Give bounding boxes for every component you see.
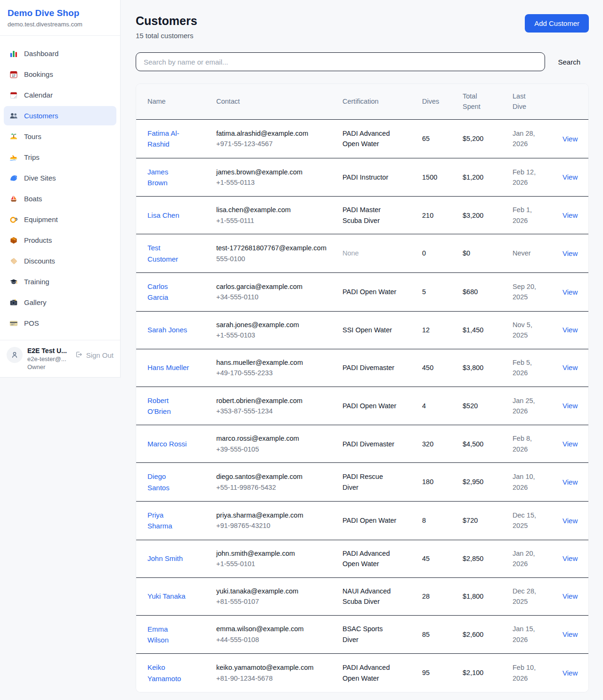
customer-name-link[interactable]: Carlos Garcia [147,281,190,303]
customer-last-dive: Jan 28, 2026 [507,119,557,158]
customer-dives: 85 [416,615,457,654]
sidebar-item-trips[interactable]: Trips [4,148,116,167]
view-customer-link[interactable]: View [562,288,578,296]
customer-name-link[interactable]: Marco Rossi [147,438,187,449]
customer-name-link[interactable]: Sarah Jones [147,324,187,335]
customer-contact: john.smith@example.com+1-555-0101 [211,540,337,577]
add-customer-button[interactable]: Add Customer [525,14,589,33]
page-subtitle: 15 total customers [136,32,197,40]
sidebar-item-training[interactable]: Training [4,272,116,291]
view-customer-link[interactable]: View [562,592,578,600]
customer-last-dive: Never [507,234,557,273]
sidebar-item-label: Products [24,236,52,244]
column-header-total-spent: Total Spent [457,84,507,119]
customer-name-link[interactable]: John Smith [147,553,183,564]
customer-last-dive: Jan 20, 2026 [507,540,557,577]
customer-name-link[interactable]: Hans Mueller [147,362,189,373]
customer-total-spent: $2,100 [457,654,507,692]
column-header-certification: Certification [337,84,416,119]
customer-contact: yuki.tanaka@example.com+81-555-0107 [211,577,337,615]
sidebar-item-products[interactable]: Products [4,231,116,250]
sailboat-icon [9,195,18,203]
sidebar-item-label: Trips [24,153,40,161]
customer-last-dive: Feb 10, 2026 [507,654,557,692]
table-row: Carlos Garciacarlos.garcia@example.com+3… [136,273,588,312]
customer-dives: 450 [416,349,457,387]
view-customer-link[interactable]: View [562,478,578,486]
view-customer-link[interactable]: View [562,630,578,638]
customer-name-link[interactable]: Lisa Chen [147,210,179,221]
speedboat-icon [9,153,18,162]
customer-certification: BSAC Sports Diver [337,615,416,654]
view-customer-link[interactable]: View [562,211,578,219]
user-role: Owner [27,363,70,371]
sidebar-item-label: Gallery [24,298,47,306]
sidebar-item-customers[interactable]: Customers [4,106,116,125]
sidebar-item-dive-sites[interactable]: Dive Sites [4,168,116,188]
sidebar-item-discounts[interactable]: Discounts [4,251,116,271]
sidebar-item-calendar[interactable]: Calendar [4,85,116,105]
sidebar-item-dashboard[interactable]: Dashboard [4,44,116,63]
page-header-text: Customers 15 total customers [136,14,197,40]
view-customer-link[interactable]: View [562,173,578,181]
view-customer-link[interactable]: View [562,517,578,525]
svg-text:17: 17 [12,74,16,77]
sidebar-item-boats[interactable]: Boats [4,189,116,208]
graduation-cap-icon [9,278,18,286]
sidebar-item-bookings[interactable]: 17Bookings [4,65,116,84]
customer-name-link[interactable]: Yuki Tanaka [147,591,186,601]
search-button[interactable]: Search [558,58,580,66]
view-customer-link[interactable]: View [562,669,578,677]
sign-out-label: Sign Out [86,351,114,359]
sidebar-item-gallery[interactable]: Gallery [4,293,116,312]
column-header-contact: Contact [211,84,337,119]
table-row: Marco Rossimarco.rossi@example.com+39-55… [136,425,588,463]
view-customer-link[interactable]: View [562,554,578,562]
view-customer-link[interactable]: View [562,249,578,257]
customer-name-link[interactable]: Diego Santos [147,471,190,493]
customer-certification: PADI Advanced Open Water [337,540,416,577]
customer-total-spent: $680 [457,273,507,312]
customer-last-dive: Jan 25, 2026 [507,387,557,425]
sidebar: Demo Dive Shop demo.test.divestreams.com… [0,0,121,378]
customer-name-link[interactable]: Keiko Yamamoto [147,662,190,684]
search-row: Search [136,52,589,71]
customer-name-link[interactable]: Test Customer [147,242,190,264]
view-customer-link[interactable]: View [562,402,578,410]
customer-contact: carlos.garcia@example.com+34-555-0110 [211,273,337,312]
customer-dives: 28 [416,577,457,615]
sign-out-button[interactable]: Sign Out [75,351,114,359]
customer-name-link[interactable]: Emma Wilson [147,624,190,646]
customers-table-card: NameContactCertificationDivesTotal Spent… [136,83,589,692]
view-customer-link[interactable]: View [562,135,578,143]
package-icon [9,236,18,245]
tag-icon [9,257,18,265]
customer-total-spent: $520 [457,387,507,425]
brand-name: Demo Dive Shop [8,8,113,18]
sidebar-item-label: Tours [24,132,41,140]
customer-dives: 180 [416,463,457,502]
view-customer-link[interactable]: View [562,326,578,334]
column-header-last-dive: Last Dive [507,84,557,119]
user-email: e2e-tester@... [27,355,70,362]
customer-name-link[interactable]: James Brown [147,166,190,189]
customer-certification: NAUI Advanced Scuba Diver [337,577,416,615]
sidebar-item-equipment[interactable]: Equipment [4,210,116,229]
customer-contact: emma.wilson@example.com+44-555-0108 [211,615,337,654]
view-customer-link[interactable]: View [562,440,578,448]
customer-contact: keiko.yamamoto@example.com+81-90-1234-56… [211,654,337,692]
sidebar-item-label: Boats [24,195,42,203]
sidebar-item-tours[interactable]: Tours [4,127,116,146]
sidebar-item-pos[interactable]: POS [4,313,116,333]
customer-certification: PADI Advanced Open Water [337,119,416,158]
table-row: Diego Santosdiego.santos@example.com+55-… [136,463,588,502]
customer-contact: hans.mueller@example.com+49-170-555-2233 [211,349,337,387]
customer-name-link[interactable]: Robert O'Brien [147,395,190,417]
bookings-calendar-icon: 17 [9,70,18,79]
view-customer-link[interactable]: View [562,363,578,371]
customers-icon [9,112,18,120]
customer-name-link[interactable]: Priya Sharma [147,510,190,532]
search-input[interactable] [136,52,545,71]
table-row: Fatima Al-Rashidfatima.alrashid@example.… [136,119,588,158]
customer-name-link[interactable]: Fatima Al-Rashid [147,128,190,150]
